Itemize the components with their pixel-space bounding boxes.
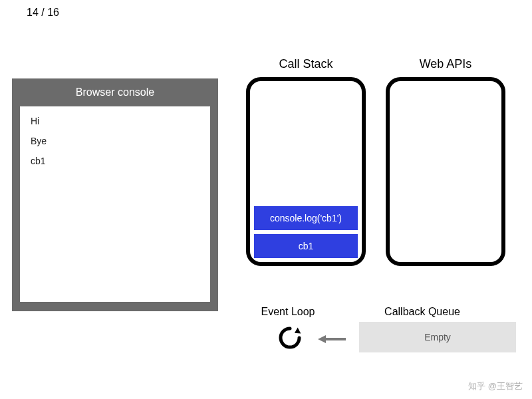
event-loop-icon [278, 326, 302, 352]
arrow-left-icon [318, 332, 347, 348]
callback-queue-box: Empty [359, 322, 516, 352]
web-apis-label: Web APIs [386, 57, 505, 71]
svg-marker-2 [318, 335, 326, 343]
console-line: cb1 [31, 156, 200, 166]
console-title: Browser console [20, 78, 210, 106]
callback-queue-status: Empty [424, 332, 451, 342]
call-stack-box: cb1 console.log('cb1') [246, 77, 366, 266]
page-counter: 14 / 16 [27, 7, 59, 19]
callback-queue-label: Callback Queue [372, 306, 472, 318]
stack-frame: cb1 [254, 234, 358, 258]
web-apis-box [386, 77, 505, 266]
console-output: Hi Bye cb1 [20, 106, 210, 302]
watermark: 知乎 @王智艺 [468, 380, 523, 392]
svg-marker-0 [293, 328, 301, 336]
browser-console-panel: Browser console Hi Bye cb1 [12, 78, 218, 311]
stack-frame: console.log('cb1') [254, 206, 358, 230]
console-line: Bye [31, 136, 200, 146]
console-line: Hi [31, 116, 200, 126]
event-loop-label: Event Loop [251, 306, 325, 318]
call-stack-label: Call Stack [246, 57, 366, 71]
